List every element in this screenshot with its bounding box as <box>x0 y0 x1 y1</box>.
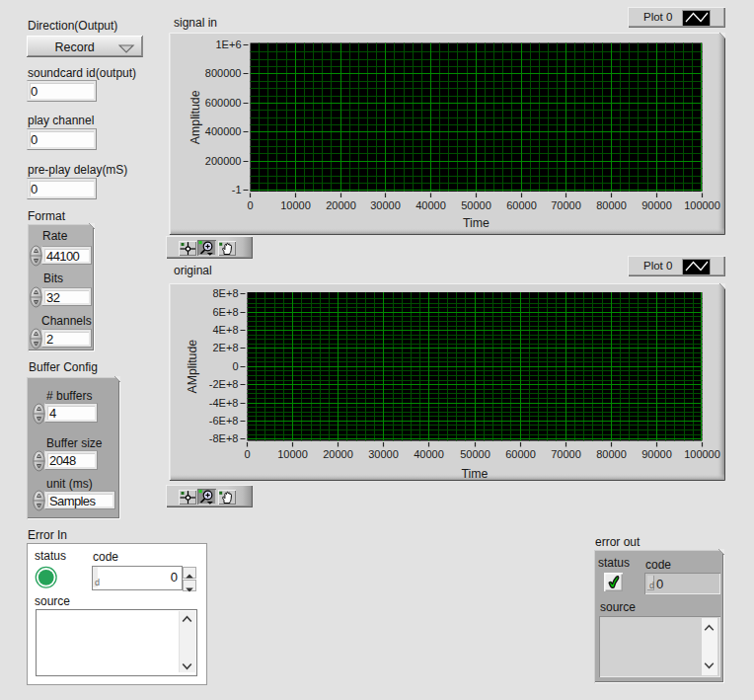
svg-text:20000: 20000 <box>323 448 353 460</box>
svg-text:-8E+8: -8E+8 <box>209 432 239 444</box>
svg-text:60000: 60000 <box>506 199 537 211</box>
svg-text:6E+8: 6E+8 <box>213 306 239 318</box>
svg-text:80000: 80000 <box>596 199 627 211</box>
svg-text:40000: 40000 <box>415 199 446 211</box>
svg-text:200000: 200000 <box>205 155 242 167</box>
svg-text:-1: -1 <box>232 184 242 195</box>
svg-text:50000: 50000 <box>460 448 490 460</box>
svg-text:0: 0 <box>247 199 253 211</box>
svg-text:30000: 30000 <box>368 448 399 460</box>
svg-text:Amplitude: Amplitude <box>188 90 202 144</box>
svg-text:-4E+8: -4E+8 <box>209 397 239 409</box>
svg-text:60000: 60000 <box>505 448 536 460</box>
svg-text:90000: 90000 <box>641 199 672 211</box>
svg-text:Time: Time <box>462 467 489 481</box>
svg-text:800000: 800000 <box>205 67 242 79</box>
svg-text:70000: 70000 <box>551 448 581 460</box>
svg-text:-6E+8: -6E+8 <box>209 415 239 427</box>
svg-text:1E+6: 1E+6 <box>216 39 242 50</box>
svg-text:600000: 600000 <box>205 97 242 109</box>
svg-text:70000: 70000 <box>551 199 581 211</box>
svg-text:50000: 50000 <box>461 199 491 211</box>
svg-text:Time: Time <box>463 216 490 230</box>
svg-text:100000: 100000 <box>684 448 720 460</box>
svg-text:30000: 30000 <box>370 199 401 211</box>
svg-text:0: 0 <box>244 448 250 460</box>
svg-text:100000: 100000 <box>684 199 720 211</box>
svg-text:20000: 20000 <box>326 199 356 211</box>
svg-text:8E+8: 8E+8 <box>213 287 239 299</box>
svg-text:400000: 400000 <box>205 125 242 137</box>
svg-text:80000: 80000 <box>596 448 627 460</box>
svg-text:4E+8: 4E+8 <box>213 324 239 336</box>
svg-text:2E+8: 2E+8 <box>213 342 239 353</box>
svg-text:40000: 40000 <box>414 448 444 460</box>
svg-text:10000: 10000 <box>280 199 311 211</box>
svg-text:10000: 10000 <box>277 448 308 460</box>
svg-text:-2E+8: -2E+8 <box>209 378 239 390</box>
svg-text:AMplitude: AMplitude <box>186 340 199 394</box>
svg-text:90000: 90000 <box>641 448 672 460</box>
svg-text:0: 0 <box>232 360 238 372</box>
